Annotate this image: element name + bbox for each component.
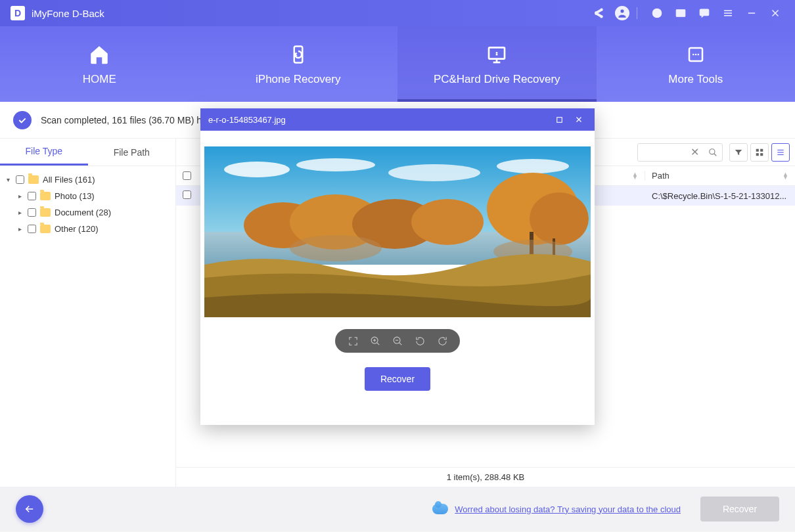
table-header-path[interactable]: Path▲▼ xyxy=(645,171,795,181)
svg-rect-23 xyxy=(760,148,763,151)
sidebar-tab-filepath[interactable]: File Path xyxy=(88,139,176,166)
tree-checkbox-photo[interactable] xyxy=(28,192,36,200)
row-path: C:\$Recycle.Bin\S-1-5-21-133012... xyxy=(645,191,795,201)
folder-icon xyxy=(40,208,51,217)
mail-icon[interactable] xyxy=(671,4,690,22)
svg-point-17 xyxy=(693,53,694,55)
rotate-right-icon[interactable] xyxy=(436,334,449,347)
sidebar-tabs: File Type File Path xyxy=(0,139,175,166)
preview-recover-button[interactable]: Recover xyxy=(365,367,430,391)
tab-more-label: More Tools xyxy=(668,73,723,86)
tab-iphone-label: iPhone Recovery xyxy=(256,73,340,86)
iphone-icon xyxy=(286,43,310,66)
cloud-icon xyxy=(432,504,448,514)
tab-pc-recovery[interactable]: PC&Hard Drive Recovery xyxy=(398,26,597,102)
row-checkbox[interactable] xyxy=(183,190,191,199)
list-view-button[interactable] xyxy=(771,143,790,162)
sort-icon: ▲▼ xyxy=(632,173,638,179)
folder-icon xyxy=(40,225,51,233)
preview-toolbar xyxy=(335,329,460,353)
preview-modal: e-r-o-154853467.jpg xyxy=(200,108,595,425)
grid-view-button[interactable] xyxy=(750,143,769,162)
tree-item-photo[interactable]: ▸ Photo (13) xyxy=(0,188,175,204)
pc-icon xyxy=(485,43,509,66)
svg-point-2 xyxy=(652,9,662,18)
rotate-left-icon[interactable] xyxy=(413,334,426,347)
svg-point-36 xyxy=(388,164,480,181)
sidebar-tab-filetype[interactable]: File Type xyxy=(0,139,88,166)
tab-more-tools[interactable]: More Tools xyxy=(597,26,796,102)
svg-line-52 xyxy=(376,342,379,345)
tab-iphone-recovery[interactable]: iPhone Recovery xyxy=(199,26,398,102)
more-icon xyxy=(684,43,708,66)
zoom-in-icon[interactable] xyxy=(369,334,382,347)
fullscreen-icon[interactable] xyxy=(346,334,359,347)
app-title: iMyFone D-Back xyxy=(32,8,104,19)
svg-point-47 xyxy=(290,235,382,261)
cloud-promo: Worred about losing data? Try saving you… xyxy=(432,504,681,514)
svg-line-55 xyxy=(399,342,401,345)
chevron-right-icon[interactable]: ▸ xyxy=(18,225,28,233)
chevron-down-icon[interactable]: ▾ xyxy=(7,176,16,183)
recover-button[interactable]: Recover xyxy=(700,497,779,521)
table-header-checkbox[interactable] xyxy=(176,171,200,180)
svg-rect-24 xyxy=(756,153,759,156)
svg-point-37 xyxy=(497,159,569,173)
home-icon xyxy=(87,43,111,66)
tree-checkbox-other[interactable] xyxy=(28,225,36,233)
svg-point-20 xyxy=(710,148,715,154)
filter-button[interactable] xyxy=(729,143,748,162)
close-button[interactable] xyxy=(766,4,784,22)
preview-titlebar: e-r-o-154853467.jpg xyxy=(200,108,595,131)
tree-label-document: Document (28) xyxy=(55,208,111,217)
select-all-checkbox[interactable] xyxy=(183,171,191,180)
tree-item-document[interactable]: ▸ Document (28) xyxy=(0,204,175,221)
svg-point-15 xyxy=(496,52,498,54)
preview-body: Recover xyxy=(200,131,595,425)
tab-pc-label: PC&Hard Drive Recovery xyxy=(434,73,560,86)
sort-icon: ▲▼ xyxy=(783,173,788,179)
folder-icon xyxy=(28,175,39,184)
tab-home[interactable]: HOME xyxy=(0,26,199,102)
svg-point-34 xyxy=(224,162,290,177)
svg-rect-22 xyxy=(756,148,759,151)
search-icon[interactable] xyxy=(704,148,722,157)
svg-line-21 xyxy=(714,153,717,156)
search-input[interactable]: ✕ xyxy=(637,143,723,162)
menu-icon[interactable] xyxy=(719,4,737,22)
account-icon[interactable] xyxy=(613,4,631,22)
svg-point-0 xyxy=(620,9,624,13)
tab-home-label: HOME xyxy=(83,73,116,86)
minimize-button[interactable] xyxy=(742,4,761,22)
svg-rect-4 xyxy=(700,9,709,16)
tree-checkbox-all[interactable] xyxy=(16,175,24,184)
svg-rect-30 xyxy=(556,117,562,122)
chevron-right-icon[interactable]: ▸ xyxy=(18,209,28,216)
back-button[interactable] xyxy=(16,495,43,523)
clear-search-icon[interactable]: ✕ xyxy=(685,146,704,158)
svg-point-19 xyxy=(697,53,699,55)
svg-point-18 xyxy=(695,53,697,55)
tree-item-other[interactable]: ▸ Other (120) xyxy=(0,221,175,237)
tree-checkbox-document[interactable] xyxy=(28,208,36,217)
share-icon[interactable] xyxy=(589,4,608,22)
settings-icon[interactable] xyxy=(648,4,666,22)
feedback-icon[interactable] xyxy=(695,4,714,22)
tree-item-all-files[interactable]: ▾ All Files (161) xyxy=(0,171,175,188)
app-logo: D xyxy=(11,6,25,20)
selection-status: 1 item(s), 288.48 KB xyxy=(176,467,795,487)
preview-close-button[interactable] xyxy=(571,112,587,127)
tree-label-photo: Photo (13) xyxy=(55,191,95,201)
svg-point-44 xyxy=(530,192,589,245)
preview-image xyxy=(204,146,591,317)
file-tree: ▾ All Files (161) ▸ Photo (13) ▸ Documen… xyxy=(0,166,175,242)
svg-point-42 xyxy=(411,199,484,245)
nav-tabs: HOME iPhone Recovery PC&Hard Drive Recov… xyxy=(0,26,795,102)
check-icon xyxy=(13,111,32,129)
preview-maximize-button[interactable] xyxy=(551,112,567,127)
chevron-right-icon[interactable]: ▸ xyxy=(18,192,28,200)
cloud-link[interactable]: Worred about losing data? Try saving you… xyxy=(455,504,681,514)
tree-label-other: Other (120) xyxy=(55,224,98,234)
zoom-out-icon[interactable] xyxy=(391,334,404,347)
titlebar: D iMyFone D-Back xyxy=(0,0,795,26)
